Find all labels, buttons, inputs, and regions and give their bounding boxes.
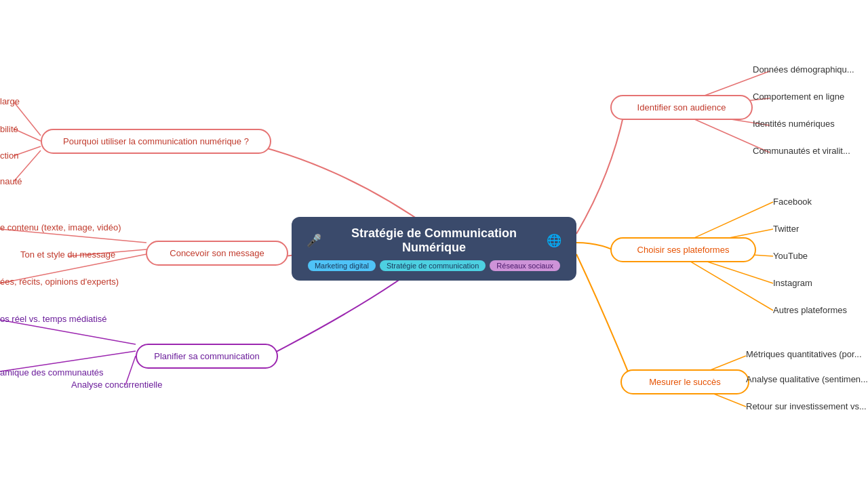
leaf-temps-reel: os réel vs. temps médiatisé	[0, 314, 107, 324]
leaf-large: large	[0, 96, 20, 106]
globe-icon: 🌐	[547, 233, 561, 248]
leaf-facebook: Facebook	[773, 197, 812, 207]
leaf-retour: Retour sur investissement vs...	[746, 401, 867, 411]
leaf-comportement: Comportement en ligne	[753, 92, 844, 102]
tag-marketing[interactable]: Marketing digital	[308, 260, 376, 271]
choisir-label: Choisir ses plateformes	[637, 245, 730, 255]
svg-line-8	[688, 260, 773, 310]
branch-mesurer[interactable]: Mesurer le succès	[620, 369, 749, 394]
leaf-dynamique: amique des communautés	[0, 367, 103, 378]
central-node: 🎤 Stratégie de Communication Numérique 🌐…	[292, 217, 576, 281]
leaf-autres: Autres plateformes	[773, 305, 847, 315]
tag-reseaux[interactable]: Réseaux sociaux	[490, 260, 560, 271]
pourquoi-label: Pourquoi utiliser la communication numér…	[63, 136, 249, 146]
branch-pourquoi[interactable]: Pourquoi utiliser la communication numér…	[41, 129, 271, 154]
mic-icon: 🎤	[307, 233, 321, 248]
central-tags: Marketing digital Stratégie de communica…	[307, 260, 561, 271]
branch-choisir[interactable]: Choisir ses plateformes	[610, 237, 756, 262]
leaf-instagram: Instagram	[773, 278, 812, 288]
leaf-visibilite: bilité	[0, 124, 18, 134]
planifier-label: Planifier sa communication	[154, 351, 259, 361]
leaf-identites: Identités numériques	[753, 119, 835, 129]
leaf-ton: Ton et style du message	[20, 249, 115, 260]
branch-concevoir[interactable]: Concevoir son message	[146, 241, 288, 266]
central-title: 🎤 Stratégie de Communication Numérique 🌐	[307, 226, 561, 255]
identifier-label: Identifier son audience	[637, 102, 726, 113]
leaf-donnees-demo: Données démographiqu...	[753, 64, 854, 75]
tag-strategie[interactable]: Stratégie de communication	[380, 260, 486, 271]
leaf-twitter: Twitter	[773, 224, 799, 234]
svg-line-4	[688, 202, 773, 241]
leaf-metriques: Métriques quantitatives (por...	[746, 349, 862, 359]
leaf-communautes-v: Communautés et viralit...	[753, 146, 850, 156]
leaf-communaute: nauté	[0, 176, 22, 186]
leaf-analyse-qual: Analyse qualitative (sentimen...	[746, 374, 868, 384]
leaf-contenu: e contenu (texte, image, vidéo)	[0, 222, 121, 232]
leaf-youtube: YouTube	[773, 251, 808, 261]
branch-identifier[interactable]: Identifier son audience	[610, 95, 753, 120]
branch-planifier[interactable]: Planifier sa communication	[136, 344, 278, 369]
leaf-interaction: ction	[0, 150, 18, 161]
leaf-analyse-concur: Analyse concurrentielle	[71, 380, 162, 390]
mesurer-label: Mesurer le succès	[649, 377, 720, 387]
leaf-donnees: ées, récits, opinions d'experts)	[0, 277, 119, 287]
concevoir-label: Concevoir son message	[170, 248, 264, 258]
